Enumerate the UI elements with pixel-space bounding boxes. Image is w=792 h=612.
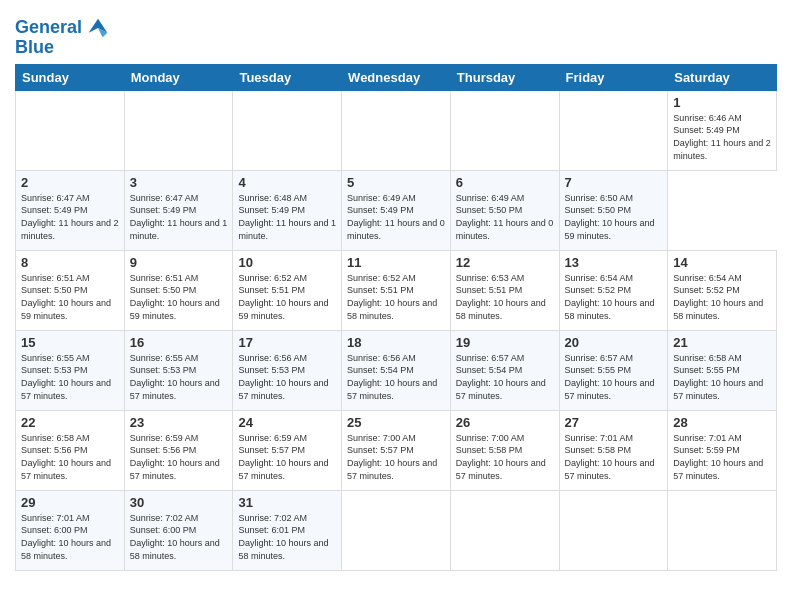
day-number: 3 — [130, 175, 228, 190]
day-number: 14 — [673, 255, 771, 270]
week-row-0: 1 Sunrise: 6:46 AM Sunset: 5:49 PM Dayli… — [16, 90, 777, 170]
day-cell: 24 Sunrise: 6:59 AM Sunset: 5:57 PM Dayl… — [233, 410, 342, 490]
day-number: 1 — [673, 95, 771, 110]
day-info: Sunrise: 6:54 AM Sunset: 5:52 PM Dayligh… — [673, 272, 771, 322]
day-cell: 14 Sunrise: 6:54 AM Sunset: 5:52 PM Dayl… — [668, 250, 777, 330]
day-info: Sunrise: 6:59 AM Sunset: 5:56 PM Dayligh… — [130, 432, 228, 482]
day-info: Sunrise: 6:54 AM Sunset: 5:52 PM Dayligh… — [565, 272, 663, 322]
day-info: Sunrise: 6:51 AM Sunset: 5:50 PM Dayligh… — [130, 272, 228, 322]
week-row-1: 2 Sunrise: 6:47 AM Sunset: 5:49 PM Dayli… — [16, 170, 777, 250]
day-cell: 16 Sunrise: 6:55 AM Sunset: 5:53 PM Dayl… — [124, 330, 233, 410]
day-cell: 26 Sunrise: 7:00 AM Sunset: 5:58 PM Dayl… — [450, 410, 559, 490]
day-header-monday: Monday — [124, 64, 233, 90]
day-cell: 22 Sunrise: 6:58 AM Sunset: 5:56 PM Dayl… — [16, 410, 125, 490]
day-cell: 11 Sunrise: 6:52 AM Sunset: 5:51 PM Dayl… — [342, 250, 451, 330]
day-header-wednesday: Wednesday — [342, 64, 451, 90]
day-cell — [124, 90, 233, 170]
day-header-friday: Friday — [559, 64, 668, 90]
page-container: General Blue SundayMondayTuesdayWednesda… — [0, 0, 792, 581]
day-cell — [668, 490, 777, 570]
day-number: 19 — [456, 335, 554, 350]
day-info: Sunrise: 6:51 AM Sunset: 5:50 PM Dayligh… — [21, 272, 119, 322]
day-cell: 12 Sunrise: 6:53 AM Sunset: 5:51 PM Dayl… — [450, 250, 559, 330]
day-info: Sunrise: 6:46 AM Sunset: 5:49 PM Dayligh… — [673, 112, 771, 162]
day-number: 13 — [565, 255, 663, 270]
day-cell: 25 Sunrise: 7:00 AM Sunset: 5:57 PM Dayl… — [342, 410, 451, 490]
day-number: 28 — [673, 415, 771, 430]
day-info: Sunrise: 7:01 AM Sunset: 5:59 PM Dayligh… — [673, 432, 771, 482]
week-row-4: 22 Sunrise: 6:58 AM Sunset: 5:56 PM Dayl… — [16, 410, 777, 490]
day-number: 17 — [238, 335, 336, 350]
day-header-thursday: Thursday — [450, 64, 559, 90]
day-number: 30 — [130, 495, 228, 510]
day-header-saturday: Saturday — [668, 64, 777, 90]
day-info: Sunrise: 6:49 AM Sunset: 5:50 PM Dayligh… — [456, 192, 554, 242]
day-header-sunday: Sunday — [16, 64, 125, 90]
day-info: Sunrise: 6:47 AM Sunset: 5:49 PM Dayligh… — [21, 192, 119, 242]
logo-icon — [84, 14, 112, 42]
week-row-5: 29 Sunrise: 7:01 AM Sunset: 6:00 PM Dayl… — [16, 490, 777, 570]
day-cell — [450, 490, 559, 570]
day-info: Sunrise: 6:49 AM Sunset: 5:49 PM Dayligh… — [347, 192, 445, 242]
day-cell: 21 Sunrise: 6:58 AM Sunset: 5:55 PM Dayl… — [668, 330, 777, 410]
day-number: 25 — [347, 415, 445, 430]
day-number: 10 — [238, 255, 336, 270]
day-number: 6 — [456, 175, 554, 190]
day-info: Sunrise: 6:53 AM Sunset: 5:51 PM Dayligh… — [456, 272, 554, 322]
day-cell: 23 Sunrise: 6:59 AM Sunset: 5:56 PM Dayl… — [124, 410, 233, 490]
day-cell — [450, 90, 559, 170]
day-number: 4 — [238, 175, 336, 190]
day-cell: 2 Sunrise: 6:47 AM Sunset: 5:49 PM Dayli… — [16, 170, 125, 250]
day-info: Sunrise: 6:56 AM Sunset: 5:53 PM Dayligh… — [238, 352, 336, 402]
day-cell — [559, 490, 668, 570]
week-row-3: 15 Sunrise: 6:55 AM Sunset: 5:53 PM Dayl… — [16, 330, 777, 410]
day-cell — [559, 90, 668, 170]
day-cell: 1 Sunrise: 6:46 AM Sunset: 5:49 PM Dayli… — [668, 90, 777, 170]
day-number: 24 — [238, 415, 336, 430]
day-cell: 30 Sunrise: 7:02 AM Sunset: 6:00 PM Dayl… — [124, 490, 233, 570]
day-cell: 17 Sunrise: 6:56 AM Sunset: 5:53 PM Dayl… — [233, 330, 342, 410]
day-cell: 6 Sunrise: 6:49 AM Sunset: 5:50 PM Dayli… — [450, 170, 559, 250]
day-cell: 31 Sunrise: 7:02 AM Sunset: 6:01 PM Dayl… — [233, 490, 342, 570]
day-cell: 28 Sunrise: 7:01 AM Sunset: 5:59 PM Dayl… — [668, 410, 777, 490]
day-cell: 4 Sunrise: 6:48 AM Sunset: 5:49 PM Dayli… — [233, 170, 342, 250]
day-info: Sunrise: 7:02 AM Sunset: 6:01 PM Dayligh… — [238, 512, 336, 562]
day-number: 27 — [565, 415, 663, 430]
day-number: 20 — [565, 335, 663, 350]
day-info: Sunrise: 6:52 AM Sunset: 5:51 PM Dayligh… — [347, 272, 445, 322]
calendar-table: SundayMondayTuesdayWednesdayThursdayFrid… — [15, 64, 777, 571]
day-cell — [16, 90, 125, 170]
week-row-2: 8 Sunrise: 6:51 AM Sunset: 5:50 PM Dayli… — [16, 250, 777, 330]
day-cell: 19 Sunrise: 6:57 AM Sunset: 5:54 PM Dayl… — [450, 330, 559, 410]
day-info: Sunrise: 6:47 AM Sunset: 5:49 PM Dayligh… — [130, 192, 228, 242]
day-info: Sunrise: 6:55 AM Sunset: 5:53 PM Dayligh… — [21, 352, 119, 402]
day-number: 21 — [673, 335, 771, 350]
day-info: Sunrise: 6:58 AM Sunset: 5:56 PM Dayligh… — [21, 432, 119, 482]
day-number: 15 — [21, 335, 119, 350]
day-info: Sunrise: 6:50 AM Sunset: 5:50 PM Dayligh… — [565, 192, 663, 242]
day-number: 22 — [21, 415, 119, 430]
day-number: 7 — [565, 175, 663, 190]
day-cell — [233, 90, 342, 170]
day-number: 16 — [130, 335, 228, 350]
day-info: Sunrise: 7:00 AM Sunset: 5:57 PM Dayligh… — [347, 432, 445, 482]
day-number: 31 — [238, 495, 336, 510]
day-info: Sunrise: 6:57 AM Sunset: 5:55 PM Dayligh… — [565, 352, 663, 402]
day-info: Sunrise: 7:00 AM Sunset: 5:58 PM Dayligh… — [456, 432, 554, 482]
logo-text: General — [15, 18, 82, 38]
day-cell: 8 Sunrise: 6:51 AM Sunset: 5:50 PM Dayli… — [16, 250, 125, 330]
day-cell: 5 Sunrise: 6:49 AM Sunset: 5:49 PM Dayli… — [342, 170, 451, 250]
day-number: 11 — [347, 255, 445, 270]
day-number: 5 — [347, 175, 445, 190]
day-info: Sunrise: 6:48 AM Sunset: 5:49 PM Dayligh… — [238, 192, 336, 242]
day-cell: 27 Sunrise: 7:01 AM Sunset: 5:58 PM Dayl… — [559, 410, 668, 490]
day-cell: 13 Sunrise: 6:54 AM Sunset: 5:52 PM Dayl… — [559, 250, 668, 330]
day-cell: 9 Sunrise: 6:51 AM Sunset: 5:50 PM Dayli… — [124, 250, 233, 330]
header-row: SundayMondayTuesdayWednesdayThursdayFrid… — [16, 64, 777, 90]
day-info: Sunrise: 6:58 AM Sunset: 5:55 PM Dayligh… — [673, 352, 771, 402]
day-cell — [342, 90, 451, 170]
day-info: Sunrise: 7:01 AM Sunset: 5:58 PM Dayligh… — [565, 432, 663, 482]
day-cell: 29 Sunrise: 7:01 AM Sunset: 6:00 PM Dayl… — [16, 490, 125, 570]
day-number: 9 — [130, 255, 228, 270]
day-number: 29 — [21, 495, 119, 510]
